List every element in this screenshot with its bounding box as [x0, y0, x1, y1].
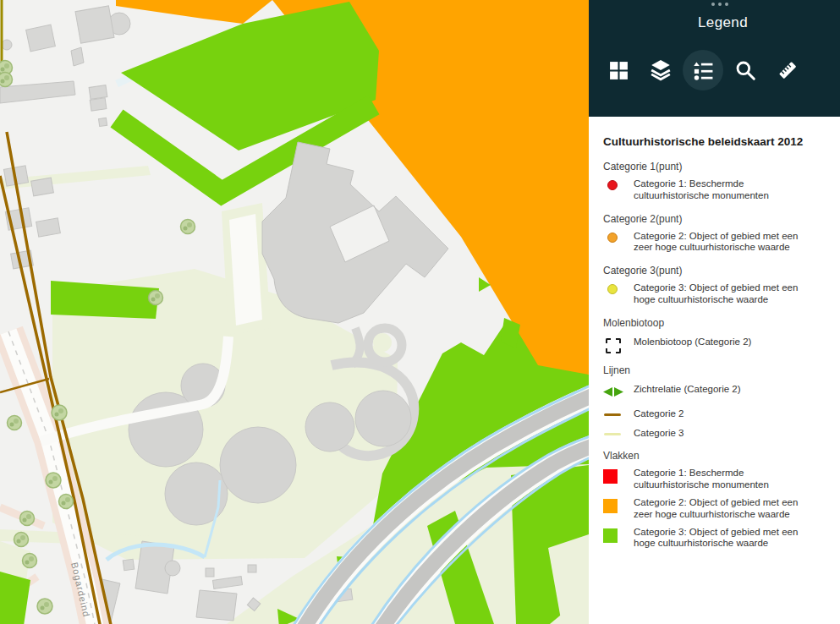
legend-button[interactable]	[682, 49, 724, 91]
legend-item-text: Categorie 3	[634, 428, 684, 440]
legend-item: Categorie 2: Object of gebied met een ze…	[603, 231, 832, 255]
legend-swatch-dashed-square	[606, 338, 621, 353]
map-canvas[interactable]: Bogardeind	[0, 0, 589, 624]
legend-swatch-square-green	[603, 528, 618, 543]
legend-item: Categorie 2: Object of gebied met een ze…	[603, 497, 832, 521]
legend-panel: Legend	[589, 0, 840, 624]
layers-icon	[650, 59, 672, 81]
legend-swatch-point-orange	[607, 233, 618, 243]
legend-group-label: Categorie 2(punt)	[603, 213, 832, 225]
legend-group-label: Vlakken	[603, 450, 832, 462]
grid-icon	[608, 60, 629, 81]
legend-swatch-line-brown	[604, 413, 621, 416]
legend-item-text: Categorie 3: Object of gebied met een ho…	[634, 282, 806, 306]
legend-group-label: Categorie 1(punt)	[603, 161, 832, 172]
legend-item-text: Categorie 2: Object of gebied met een ze…	[634, 497, 806, 521]
legend-group-label: Molenbiotoop	[603, 317, 832, 329]
legend-swatch-arrow-green	[603, 386, 623, 397]
legend-item-text: Categorie 1: Beschermde cultuurhistorisc…	[634, 178, 806, 202]
legend-item-text: Molenbiotoop (Categorie 2)	[634, 337, 751, 353]
map-viewer-app: Bogardeind Legend	[0, 0, 840, 624]
toolbar	[589, 49, 840, 91]
panel-header: Legend	[589, 0, 840, 117]
search-icon	[734, 59, 756, 81]
measure-button[interactable]	[766, 49, 809, 91]
legend-item-text: Zichtrelatie (Categorie 2)	[634, 384, 741, 401]
legend-item-text: Categorie 3: Object of gebied met een ho…	[634, 527, 806, 550]
legend-group-label: Categorie 3(punt)	[603, 265, 832, 276]
legend-layer-title: Cultuurhistorische beleidskaart 2012	[603, 134, 832, 150]
basemap-button[interactable]	[597, 49, 640, 91]
legend-item: Categorie 3: Object of gebied met een ho…	[603, 527, 832, 550]
legend-item: Categorie 1: Beschermde cultuurhistorisc…	[603, 178, 832, 202]
legend-item: Categorie 3	[603, 428, 832, 440]
search-button[interactable]	[724, 49, 766, 91]
legend-swatch-square-orange	[603, 499, 618, 513]
legend-item: Categorie 1: Beschermde cultuurhistorisc…	[603, 468, 832, 491]
ellipsis-icon[interactable]	[711, 3, 728, 6]
legend-item-text: Categorie 1: Beschermde cultuurhistorisc…	[634, 468, 806, 491]
ruler-icon	[777, 59, 799, 81]
legend-swatch-line-pale	[604, 433, 621, 435]
legend-body: Cultuurhistorische beleidskaart 2012 Cat…	[589, 117, 840, 550]
legend-swatch-square-red	[603, 469, 618, 484]
legend-item-text: Categorie 2	[634, 408, 684, 420]
panel-title: Legend	[589, 14, 840, 31]
legend-group-label: Lijnen	[603, 364, 832, 376]
legend-item: Categorie 3: Object of gebied met een ho…	[603, 282, 832, 306]
legend-swatch-point-yellow	[607, 284, 618, 294]
legend-item: Zichtrelatie (Categorie 2)	[603, 384, 832, 401]
legend-swatch-point-red	[607, 180, 618, 190]
legend-item: Categorie 2	[603, 408, 832, 420]
legend-item: Molenbiotoop (Categorie 2)	[603, 337, 832, 353]
layers-button[interactable]	[640, 49, 682, 91]
legend-item-text: Categorie 2: Object of gebied met een ze…	[634, 231, 806, 255]
legend-list-icon	[693, 60, 714, 81]
